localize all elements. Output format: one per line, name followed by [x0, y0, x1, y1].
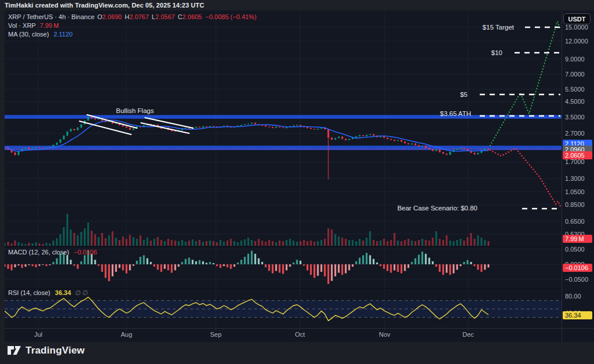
- candle-body: [460, 148, 462, 148]
- ohlc-value: 2.0605: [182, 13, 202, 20]
- volume-bar: [21, 243, 23, 246]
- volume-bar: [352, 240, 354, 246]
- tradingview-logo-icon: [7, 344, 21, 356]
- macd-bar: [133, 264, 135, 266]
- macd-bar: [15, 264, 16, 267]
- candle-body: [98, 119, 100, 119]
- macd-bar: [418, 254, 420, 264]
- volume-bar: [321, 240, 323, 246]
- volume-bar: [11, 243, 13, 246]
- macd-bar: [324, 264, 326, 276]
- volume-bar: [143, 240, 145, 246]
- candle-body: [411, 144, 413, 144]
- volume-bar: [467, 237, 469, 246]
- macd-bar: [387, 264, 389, 271]
- legend-ma-row: MA (30, close) 2.1120: [8, 31, 73, 38]
- volume-bar: [122, 236, 124, 246]
- volume-bar: [129, 235, 131, 246]
- macd-bar: [178, 264, 180, 267]
- macd-bar: [331, 264, 333, 281]
- flag-trendline[interactable]: [79, 121, 131, 134]
- macd-bar: [328, 264, 329, 284]
- volume-bar: [331, 230, 333, 246]
- macd-bar: [102, 264, 103, 272]
- volume-bar: [296, 242, 298, 246]
- macd-bar: [244, 257, 246, 264]
- candle-body: [244, 124, 246, 125]
- volume-bar: [164, 241, 166, 246]
- support-band[interactable]: [5, 145, 562, 150]
- candle-body: [397, 140, 399, 141]
- macd-bar: [234, 264, 236, 267]
- volume-bar: [324, 239, 326, 246]
- candle-body: [185, 128, 187, 128]
- candle-body: [77, 128, 79, 130]
- volume-bar: [202, 242, 204, 246]
- macd-bar: [81, 261, 82, 264]
- bear-projection-line[interactable]: [490, 148, 560, 206]
- candle-body: [387, 138, 389, 139]
- volume-bar: [272, 241, 274, 246]
- macd-bar: [154, 264, 155, 267]
- volume-bar: [345, 239, 347, 246]
- volume-bar: [436, 231, 437, 246]
- volume-bar: [140, 235, 142, 246]
- volume-bar: [310, 241, 312, 246]
- ohlc-key: H: [125, 13, 129, 20]
- macd-bar: [147, 259, 148, 264]
- volume-bar: [269, 240, 270, 246]
- candle-body: [195, 127, 197, 128]
- volume-bar: [102, 233, 103, 246]
- macd-bar: [237, 263, 239, 264]
- macd-bar: [171, 264, 173, 273]
- macd-bar: [35, 264, 37, 267]
- macd-bar: [408, 264, 410, 268]
- legend-symbol-row: XRP / TetherUS · 4h · BinanceO2.0690H2.0…: [8, 13, 256, 20]
- volume-bar: [199, 240, 201, 246]
- macd-bar: [484, 264, 486, 270]
- volume-bar: [213, 241, 215, 246]
- macd-bar: [383, 264, 385, 269]
- volume-series: [4, 214, 490, 246]
- macd-bar: [227, 264, 229, 267]
- macd-bar: [474, 264, 476, 266]
- macd-bar: [488, 264, 490, 268]
- chart-canvas[interactable]: [0, 0, 594, 364]
- candle-body: [91, 117, 93, 118]
- candle-body: [248, 123, 249, 124]
- ohlc-values: O2.0690H2.0767L2.0567C2.0605: [95, 13, 202, 20]
- tradingview-snapshot: TimHakki created with TradingView.com, D…: [0, 0, 594, 364]
- macd-bar: [373, 259, 375, 264]
- ma-value: 2.1120: [53, 31, 73, 38]
- volume-bar: [404, 240, 406, 246]
- volume-bar: [401, 241, 403, 246]
- candle-body: [432, 150, 434, 151]
- macd-bar: [255, 254, 256, 264]
- grid: [5, 10, 562, 330]
- volume-bar: [282, 241, 284, 246]
- volume-bar: [154, 239, 155, 246]
- macd-bar: [140, 257, 142, 264]
- macd-bar: [335, 264, 336, 276]
- volume-bar: [105, 238, 107, 246]
- candle-body: [133, 129, 135, 130]
- candle-body: [70, 129, 72, 132]
- macd-bar: [182, 262, 183, 264]
- candle-body: [408, 143, 410, 144]
- volume-bar: [49, 243, 51, 246]
- macd-bar: [265, 264, 267, 267]
- candle-body: [265, 126, 267, 127]
- macd-bar: [175, 264, 176, 270]
- candle-body: [310, 128, 312, 129]
- candle-body: [272, 127, 274, 128]
- macd-bar: [439, 264, 441, 272]
- tradingview-brand[interactable]: TradingView: [7, 344, 85, 356]
- volume-bar: [119, 240, 121, 246]
- currency-toggle-button[interactable]: USDT: [563, 13, 591, 24]
- candle-body: [450, 152, 451, 155]
- volume-bar: [460, 239, 462, 246]
- volume-bar: [477, 235, 479, 246]
- bull-projection-line[interactable]: [490, 21, 560, 145]
- volume-bar: [443, 240, 444, 246]
- volume-bar: [150, 241, 152, 246]
